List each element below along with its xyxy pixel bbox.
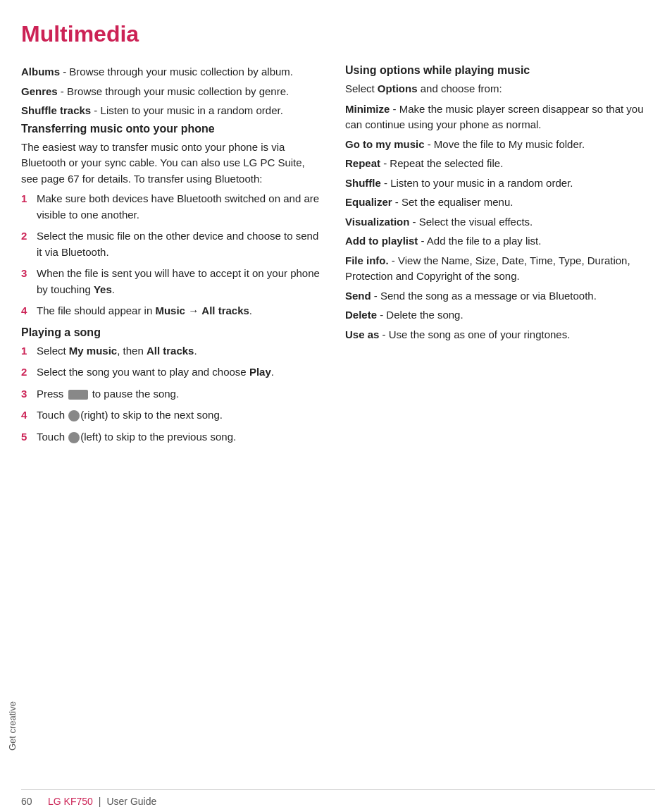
playing-step-5: 5 Touch (left) to skip to the previous s… xyxy=(21,429,324,445)
file-info-term: File info. xyxy=(345,254,389,266)
use-as-term: Use as xyxy=(345,328,379,340)
playing-section: Playing a song 1 Select My music, then A… xyxy=(21,326,324,445)
page-container: Get creative Multimedia Albums - Browse … xyxy=(0,0,672,807)
options-heading: Using options while playing music xyxy=(345,64,655,77)
playing-step-4: 4 Touch (right) to skip to the next song… xyxy=(21,407,324,424)
visualization-item: Visualization - Select the visual effect… xyxy=(345,214,655,230)
page-title: Multimedia xyxy=(21,21,655,47)
albums-def: - Browse through your music collection b… xyxy=(60,66,293,78)
send-item: Send - Send the song as a message or via… xyxy=(345,288,655,304)
repeat-term: Repeat xyxy=(345,157,380,169)
albums-term: Albums xyxy=(21,66,60,78)
repeat-def: - Repeat the selected file. xyxy=(380,157,503,169)
transfer-step-3: 3 When the file is sent you will have to… xyxy=(21,266,324,297)
albums-item: Albums - Browse through your music colle… xyxy=(21,64,324,80)
shuffle-def: - Listen to your music in a random order… xyxy=(381,177,573,189)
minimize-term: Minimize xyxy=(345,103,390,115)
two-col-layout: Albums - Browse through your music colle… xyxy=(21,64,655,768)
playing-steps: 1 Select My music, then All tracks. 2 Se… xyxy=(21,343,324,445)
repeat-item: Repeat - Repeat the selected file. xyxy=(345,156,655,172)
footer-page-number: 60 xyxy=(21,796,42,807)
circle-left-icon xyxy=(68,432,80,443)
add-playlist-item: Add to playlist - Add the file to a play… xyxy=(345,233,655,250)
delete-term: Delete xyxy=(345,309,377,321)
transfer-section: Transferring music onto your phone The e… xyxy=(21,123,324,319)
intro-items: Albums - Browse through your music colle… xyxy=(21,64,324,119)
transfer-step-4: 4 The file should appear in Music → All … xyxy=(21,303,324,319)
footer-guide: User Guide xyxy=(106,796,156,807)
transfer-body: The easiest way to transfer music onto y… xyxy=(21,140,324,187)
send-def: - Send the song as a message or via Blue… xyxy=(371,290,597,302)
go-to-music-item: Go to my music - Move the file to My mus… xyxy=(345,137,655,153)
genres-term: Genres xyxy=(21,85,58,97)
use-as-def: - Use the song as one of your ringtones. xyxy=(379,328,570,340)
shuffle-tracks-item: Shuffle tracks - Listen to your music in… xyxy=(21,103,324,119)
playing-step-2: 2 Select the song you want to play and c… xyxy=(21,364,324,381)
footer: 60 LG KF750 | User Guide xyxy=(21,789,655,807)
options-intro: Select Options and choose from: xyxy=(345,81,655,97)
options-section: Using options while playing music Select… xyxy=(345,64,655,343)
add-playlist-term: Add to playlist xyxy=(345,235,418,247)
footer-brand: LG KF750 xyxy=(48,796,93,807)
file-info-item: File info. - View the Name, Size, Date, … xyxy=(345,253,655,285)
send-term: Send xyxy=(345,290,371,302)
go-to-music-def: - Move the file to My music folder. xyxy=(425,138,585,150)
file-info-def: - View the Name, Size, Date, Time, Type,… xyxy=(345,254,630,283)
playing-step-1: 1 Select My music, then All tracks. xyxy=(21,343,324,359)
transfer-step-1: 1 Make sure both devices have Bluetooth … xyxy=(21,191,324,223)
shuffle-tracks-def: - Listen to your music in a random order… xyxy=(91,104,283,116)
playing-heading: Playing a song xyxy=(21,326,324,339)
visualization-def: - Select the visual effects. xyxy=(409,216,533,228)
add-playlist-def: - Add the file to a play list. xyxy=(418,235,541,247)
visualization-term: Visualization xyxy=(345,216,409,228)
go-to-music-term: Go to my music xyxy=(345,138,425,150)
left-column: Albums - Browse through your music colle… xyxy=(21,64,324,768)
equalizer-term: Equalizer xyxy=(345,196,392,208)
transfer-heading: Transferring music onto your phone xyxy=(21,123,324,135)
use-as-item: Use as - Use the song as one of your rin… xyxy=(345,327,655,343)
equalizer-def: - Set the equaliser menu. xyxy=(392,196,514,208)
shuffle-item: Shuffle - Listen to your music in a rand… xyxy=(345,175,655,192)
transfer-steps: 1 Make sure both devices have Bluetooth … xyxy=(21,191,324,319)
main-content: Multimedia Albums - Browse through your … xyxy=(21,21,655,807)
footer-separator: | xyxy=(99,796,101,807)
minimize-def: - Make the music player screen disappear… xyxy=(345,103,644,131)
right-column: Using options while playing music Select… xyxy=(345,64,655,768)
genres-item: Genres - Browse through your music colle… xyxy=(21,84,324,100)
pause-icon xyxy=(68,390,88,400)
delete-def: - Delete the song. xyxy=(377,309,463,321)
transfer-step-2: 2 Select the music file on the other dev… xyxy=(21,228,324,260)
circle-right-icon xyxy=(68,410,80,421)
delete-item: Delete - Delete the song. xyxy=(345,307,655,324)
shuffle-term: Shuffle xyxy=(345,177,381,189)
playing-step-3: 3 Press to pause the song. xyxy=(21,386,324,402)
minimize-item: Minimize - Make the music player screen … xyxy=(345,101,655,133)
equalizer-item: Equalizer - Set the equaliser menu. xyxy=(345,195,655,211)
side-label: Get creative xyxy=(7,701,18,751)
shuffle-tracks-term: Shuffle tracks xyxy=(21,104,91,116)
genres-def: - Browse through your music collection b… xyxy=(58,85,289,97)
